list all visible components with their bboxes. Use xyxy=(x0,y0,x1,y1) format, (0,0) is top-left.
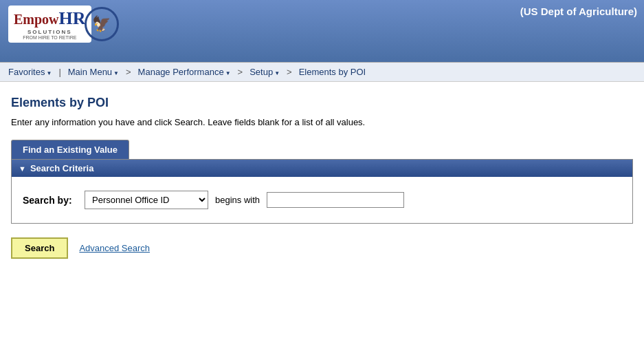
nav-sep-3: > xyxy=(238,67,243,77)
logo-box: Empow HR SOLUTIONS FROM HIRE TO RETIRE xyxy=(8,6,91,43)
search-criteria-panel: ▼ Search Criteria Search by: Personnel O… xyxy=(11,159,633,224)
logo-area: Empow HR SOLUTIONS FROM HIRE TO RETIRE 🦅 xyxy=(0,0,127,48)
search-criteria-header: ▼ Search Criteria xyxy=(12,160,632,177)
search-value-input[interactable] xyxy=(267,192,404,208)
collapse-arrow-icon[interactable]: ▼ xyxy=(19,164,26,173)
search-button[interactable]: Search xyxy=(11,237,68,259)
search-by-dropdown[interactable]: Personnel Office ID Element ID Descripti… xyxy=(85,191,208,209)
search-criteria-body: Search by: Personnel Office ID Element I… xyxy=(12,177,632,223)
logo-empow-hr: Empow HR xyxy=(14,8,86,29)
eagle-icon: 🦅 xyxy=(92,15,111,33)
advanced-search-link[interactable]: Advanced Search xyxy=(79,243,150,253)
search-by-label: Search by: xyxy=(23,195,78,206)
buttons-row: Search Advanced Search xyxy=(11,237,633,259)
nav-manage-performance[interactable]: Manage Performance xyxy=(135,65,234,78)
logo-hr-text: HR xyxy=(59,8,86,29)
nav-main-menu[interactable]: Main Menu xyxy=(65,65,122,78)
search-row: Search by: Personnel Office ID Element I… xyxy=(23,191,621,209)
nav-sep-4: > xyxy=(287,67,292,77)
tabs-row: Find an Existing Value xyxy=(11,140,633,159)
begins-with-label: begins with xyxy=(215,195,260,205)
logo-solutions-text: SOLUTIONS xyxy=(27,29,72,35)
search-criteria-label: Search Criteria xyxy=(30,163,94,173)
nav-elements-by-poi: Elements by POI xyxy=(296,65,369,78)
org-name: (US Dept of Agriculture) xyxy=(520,6,637,17)
page-instructions: Enter any information you have and click… xyxy=(11,117,633,127)
nav-favorites[interactable]: Favorites xyxy=(5,65,54,78)
nav-bar: Favorites | Main Menu > Manage Performan… xyxy=(0,62,644,82)
logo-circle: 🦅 xyxy=(85,7,119,41)
logo-combined: Empow HR SOLUTIONS FROM HIRE TO RETIRE 🦅 xyxy=(8,6,119,43)
header: Empow HR SOLUTIONS FROM HIRE TO RETIRE 🦅… xyxy=(0,0,644,62)
nav-sep-1: | xyxy=(58,67,60,77)
logo-tagline-text: FROM HIRE TO RETIRE xyxy=(23,35,76,40)
nav-sep-2: > xyxy=(126,67,131,77)
page-title: Elements by POI xyxy=(11,96,633,110)
logo-empow-text: Empow xyxy=(14,12,59,28)
nav-setup[interactable]: Setup xyxy=(247,65,282,78)
tab-find-existing-value[interactable]: Find an Existing Value xyxy=(11,140,129,159)
main-content: Elements by POI Enter any information yo… xyxy=(0,82,644,273)
